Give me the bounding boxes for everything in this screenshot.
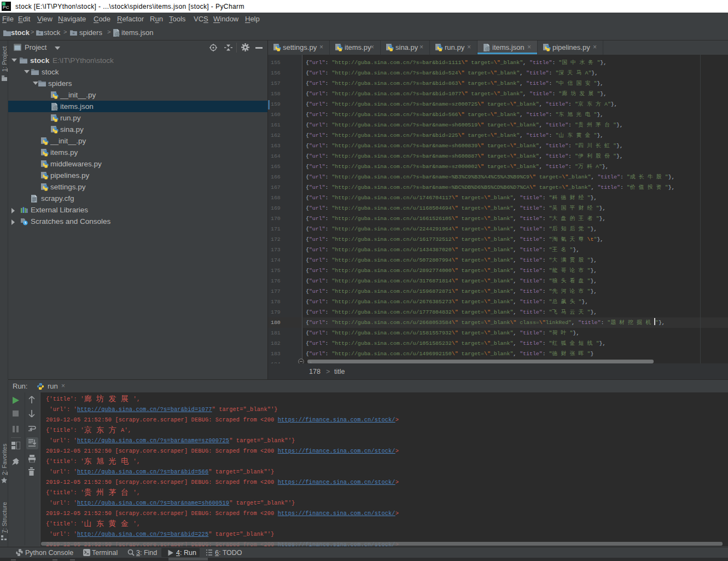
svg-text:PC: PC [3,5,9,10]
